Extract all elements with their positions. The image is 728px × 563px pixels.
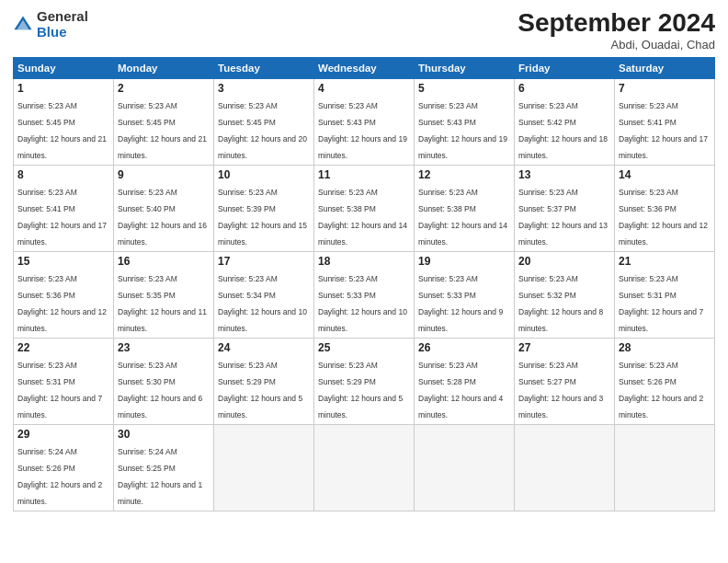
- day-number: 16: [118, 255, 210, 268]
- table-cell: 25Sunrise: 5:23 AMSunset: 5:29 PMDayligh…: [314, 338, 415, 424]
- table-cell: 21Sunrise: 5:23 AMSunset: 5:31 PMDayligh…: [615, 251, 715, 338]
- col-tuesday: Tuesday: [214, 57, 314, 78]
- table-cell: 20Sunrise: 5:23 AMSunset: 5:32 PMDayligh…: [515, 251, 615, 338]
- day-detail: Sunrise: 5:23 AMSunset: 5:41 PMDaylight:…: [619, 101, 708, 160]
- day-detail: Sunrise: 5:23 AMSunset: 5:33 PMDaylight:…: [318, 274, 407, 333]
- day-detail: Sunrise: 5:24 AMSunset: 5:26 PMDaylight:…: [17, 447, 102, 506]
- day-number: 13: [518, 168, 610, 181]
- day-detail: Sunrise: 5:23 AMSunset: 5:40 PMDaylight:…: [118, 188, 207, 247]
- table-cell: 13Sunrise: 5:23 AMSunset: 5:37 PMDayligh…: [515, 165, 615, 251]
- logo-text: General Blue: [37, 9, 88, 40]
- table-cell: 14Sunrise: 5:23 AMSunset: 5:36 PMDayligh…: [615, 165, 715, 251]
- table-cell: 9Sunrise: 5:23 AMSunset: 5:40 PMDaylight…: [114, 165, 214, 251]
- day-number: 9: [118, 168, 210, 181]
- table-cell: 22Sunrise: 5:23 AMSunset: 5:31 PMDayligh…: [14, 338, 114, 424]
- logo-icon: [13, 15, 33, 35]
- day-number: 10: [218, 168, 310, 181]
- day-detail: Sunrise: 5:23 AMSunset: 5:29 PMDaylight:…: [218, 361, 302, 419]
- day-detail: Sunrise: 5:23 AMSunset: 5:45 PMDaylight:…: [218, 101, 307, 160]
- day-number: 30: [118, 428, 210, 441]
- day-detail: Sunrise: 5:23 AMSunset: 5:45 PMDaylight:…: [17, 101, 107, 160]
- header: General Blue September 2024 Abdi, Ouadai…: [13, 9, 715, 52]
- table-cell: 15Sunrise: 5:23 AMSunset: 5:36 PMDayligh…: [14, 251, 114, 338]
- day-number: 28: [619, 341, 711, 354]
- day-detail: Sunrise: 5:23 AMSunset: 5:43 PMDaylight:…: [318, 101, 407, 160]
- day-number: 19: [418, 255, 510, 268]
- day-number: 5: [418, 82, 510, 95]
- table-cell: 6Sunrise: 5:23 AMSunset: 5:42 PMDaylight…: [515, 78, 615, 165]
- day-detail: Sunrise: 5:23 AMSunset: 5:26 PMDaylight:…: [619, 361, 703, 419]
- day-number: 27: [518, 341, 610, 354]
- table-cell: [214, 424, 314, 511]
- table-cell: [615, 424, 715, 511]
- table-cell: 23Sunrise: 5:23 AMSunset: 5:30 PMDayligh…: [114, 338, 214, 424]
- table-cell: 11Sunrise: 5:23 AMSunset: 5:38 PMDayligh…: [314, 165, 415, 251]
- table-row: 15Sunrise: 5:23 AMSunset: 5:36 PMDayligh…: [14, 251, 715, 338]
- day-number: 14: [619, 168, 711, 181]
- table-cell: 19Sunrise: 5:23 AMSunset: 5:33 PMDayligh…: [415, 251, 515, 338]
- day-number: 3: [218, 82, 310, 95]
- table-row: 1Sunrise: 5:23 AMSunset: 5:45 PMDaylight…: [14, 78, 715, 165]
- day-number: 7: [619, 82, 711, 95]
- table-row: 29Sunrise: 5:24 AMSunset: 5:26 PMDayligh…: [14, 424, 715, 511]
- day-number: 20: [518, 255, 610, 268]
- logo: General Blue: [13, 9, 88, 40]
- col-monday: Monday: [114, 57, 214, 78]
- day-detail: Sunrise: 5:23 AMSunset: 5:36 PMDaylight:…: [619, 188, 708, 247]
- location: Abdi, Ouadai, Chad: [518, 38, 715, 52]
- day-detail: Sunrise: 5:23 AMSunset: 5:39 PMDaylight:…: [218, 188, 307, 247]
- table-cell: [314, 424, 415, 511]
- table-cell: 16Sunrise: 5:23 AMSunset: 5:35 PMDayligh…: [114, 251, 214, 338]
- table-cell: 26Sunrise: 5:23 AMSunset: 5:28 PMDayligh…: [415, 338, 515, 424]
- col-wednesday: Wednesday: [314, 57, 415, 78]
- day-number: 22: [17, 341, 109, 354]
- day-detail: Sunrise: 5:23 AMSunset: 5:33 PMDaylight:…: [418, 274, 503, 333]
- table-row: 8Sunrise: 5:23 AMSunset: 5:41 PMDaylight…: [14, 165, 715, 251]
- day-detail: Sunrise: 5:23 AMSunset: 5:30 PMDaylight:…: [118, 361, 202, 419]
- table-cell: 3Sunrise: 5:23 AMSunset: 5:45 PMDaylight…: [214, 78, 314, 165]
- day-number: 25: [318, 341, 410, 354]
- day-detail: Sunrise: 5:23 AMSunset: 5:31 PMDaylight:…: [619, 274, 703, 333]
- day-detail: Sunrise: 5:23 AMSunset: 5:35 PMDaylight:…: [118, 274, 207, 333]
- day-number: 15: [17, 255, 109, 268]
- day-number: 26: [418, 341, 510, 354]
- table-cell: 30Sunrise: 5:24 AMSunset: 5:25 PMDayligh…: [114, 424, 214, 511]
- day-detail: Sunrise: 5:23 AMSunset: 5:34 PMDaylight:…: [218, 274, 307, 333]
- table-cell: 7Sunrise: 5:23 AMSunset: 5:41 PMDaylight…: [615, 78, 715, 165]
- table-cell: 8Sunrise: 5:23 AMSunset: 5:41 PMDaylight…: [14, 165, 114, 251]
- day-number: 24: [218, 341, 310, 354]
- day-number: 29: [17, 428, 109, 441]
- day-number: 23: [118, 341, 210, 354]
- calendar-container: General Blue September 2024 Abdi, Ouadai…: [0, 0, 728, 563]
- table-cell: 12Sunrise: 5:23 AMSunset: 5:38 PMDayligh…: [415, 165, 515, 251]
- day-detail: Sunrise: 5:23 AMSunset: 5:38 PMDaylight:…: [418, 188, 507, 247]
- table-row: 22Sunrise: 5:23 AMSunset: 5:31 PMDayligh…: [14, 338, 715, 424]
- day-number: 18: [318, 255, 410, 268]
- logo-blue-label: Blue: [37, 25, 88, 40]
- day-number: 21: [619, 255, 711, 268]
- day-number: 4: [318, 82, 410, 95]
- day-detail: Sunrise: 5:23 AMSunset: 5:45 PMDaylight:…: [118, 101, 207, 160]
- day-number: 1: [17, 82, 109, 95]
- table-cell: 4Sunrise: 5:23 AMSunset: 5:43 PMDaylight…: [314, 78, 415, 165]
- day-detail: Sunrise: 5:23 AMSunset: 5:32 PMDaylight:…: [518, 274, 603, 333]
- day-detail: Sunrise: 5:23 AMSunset: 5:37 PMDaylight:…: [518, 188, 608, 247]
- day-detail: Sunrise: 5:23 AMSunset: 5:28 PMDaylight:…: [418, 361, 503, 419]
- day-detail: Sunrise: 5:23 AMSunset: 5:41 PMDaylight:…: [17, 188, 107, 247]
- table-cell: 17Sunrise: 5:23 AMSunset: 5:34 PMDayligh…: [214, 251, 314, 338]
- day-detail: Sunrise: 5:23 AMSunset: 5:38 PMDaylight:…: [318, 188, 407, 247]
- table-cell: [415, 424, 515, 511]
- table-cell: 28Sunrise: 5:23 AMSunset: 5:26 PMDayligh…: [615, 338, 715, 424]
- table-cell: 27Sunrise: 5:23 AMSunset: 5:27 PMDayligh…: [515, 338, 615, 424]
- table-cell: 24Sunrise: 5:23 AMSunset: 5:29 PMDayligh…: [214, 338, 314, 424]
- title-block: September 2024 Abdi, Ouadai, Chad: [518, 9, 715, 52]
- day-detail: Sunrise: 5:24 AMSunset: 5:25 PMDaylight:…: [118, 447, 202, 506]
- table-cell: 1Sunrise: 5:23 AMSunset: 5:45 PMDaylight…: [14, 78, 114, 165]
- col-sunday: Sunday: [14, 57, 114, 78]
- day-number: 11: [318, 168, 410, 181]
- day-detail: Sunrise: 5:23 AMSunset: 5:42 PMDaylight:…: [518, 101, 608, 160]
- calendar-table: Sunday Monday Tuesday Wednesday Thursday…: [13, 57, 715, 511]
- table-cell: 29Sunrise: 5:24 AMSunset: 5:26 PMDayligh…: [14, 424, 114, 511]
- table-cell: [515, 424, 615, 511]
- table-cell: 18Sunrise: 5:23 AMSunset: 5:33 PMDayligh…: [314, 251, 415, 338]
